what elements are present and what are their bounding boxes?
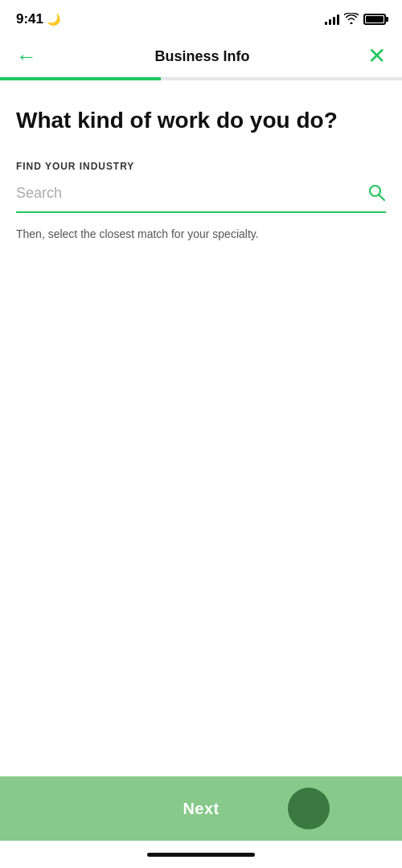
close-button[interactable]: ✕ [367,45,386,68]
home-indicator [0,841,402,868]
status-bar: 9:41 🌙 [0,0,402,35]
bottom-bar: Next [0,776,402,868]
status-icons [325,13,386,27]
next-button[interactable]: Next [0,776,402,841]
nav-bar: ← Business Info ✕ [0,35,402,77]
main-content: What kind of work do you do? FIND YOUR I… [0,80,402,243]
next-label: Next [183,800,219,818]
section-label: FIND YOUR INDUSTRY [16,161,386,172]
next-circle-icon [288,788,330,829]
signal-icon [325,14,339,25]
search-icon[interactable] [367,182,386,205]
battery-icon [363,14,386,25]
status-time: 9:41 🌙 [16,11,60,27]
svg-line-1 [379,194,385,200]
helper-text: Then, select the closest match for your … [16,226,386,243]
search-input[interactable] [16,182,367,205]
search-container [16,182,386,213]
back-button[interactable]: ← [16,44,37,69]
home-bar [147,853,255,857]
moon-icon: 🌙 [47,13,60,26]
nav-title: Business Info [154,48,249,65]
page-title: What kind of work do you do? [16,106,386,135]
wifi-icon [344,13,359,27]
